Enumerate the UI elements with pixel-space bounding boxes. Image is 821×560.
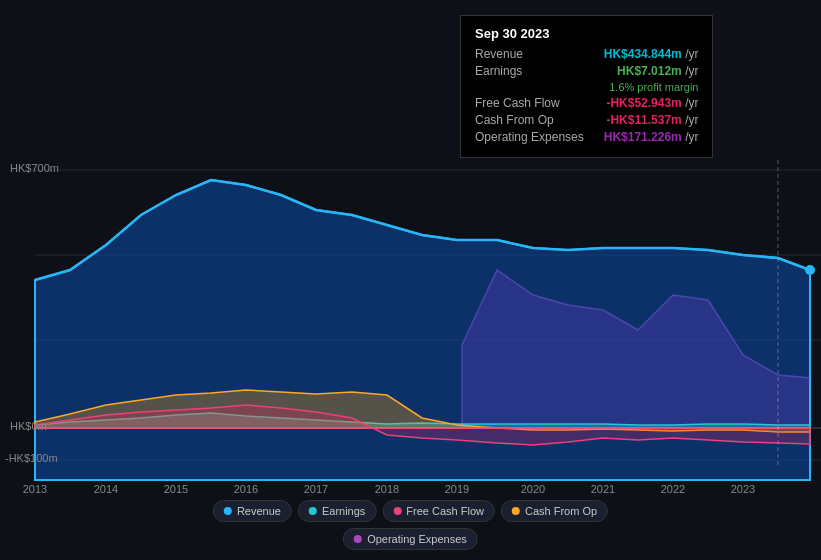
tooltip-earnings-label: Earnings xyxy=(475,64,522,78)
legend-cashfromop-label: Cash From Op xyxy=(525,505,597,517)
svg-text:2022: 2022 xyxy=(661,483,685,495)
legend-earnings[interactable]: Earnings xyxy=(298,500,376,522)
legend-earnings-label: Earnings xyxy=(322,505,365,517)
tooltip-cashfromop-label: Cash From Op xyxy=(475,113,554,127)
tooltip-revenue-label: Revenue xyxy=(475,47,523,61)
fcf-dot xyxy=(393,507,401,515)
chart-legend: Revenue Earnings Free Cash Flow Cash Fro… xyxy=(205,500,616,550)
tooltip-date: Sep 30 2023 xyxy=(475,26,698,41)
svg-text:2021: 2021 xyxy=(591,483,615,495)
legend-revenue-label: Revenue xyxy=(237,505,281,517)
opex-dot xyxy=(354,535,362,543)
tooltip-margin-value: 1.6% profit margin xyxy=(609,81,698,93)
legend-fcf[interactable]: Free Cash Flow xyxy=(382,500,495,522)
tooltip-fcf-value: -HK$52.943m /yr xyxy=(606,96,698,110)
tooltip-earnings-value: HK$7.012m /yr xyxy=(617,64,698,78)
legend-revenue[interactable]: Revenue xyxy=(213,500,292,522)
svg-text:2014: 2014 xyxy=(94,483,118,495)
tooltip-cashfromop-value: -HK$11.537m /yr xyxy=(606,113,698,127)
tooltip-fcf-row: Free Cash Flow -HK$52.943m /yr xyxy=(475,96,698,110)
svg-text:-HK$100m: -HK$100m xyxy=(5,452,58,464)
tooltip-earnings-row: Earnings HK$7.012m /yr xyxy=(475,64,698,78)
tooltip-opex-label: Operating Expenses xyxy=(475,130,584,144)
legend-opex[interactable]: Operating Expenses xyxy=(343,528,478,550)
legend-cashfromop[interactable]: Cash From Op xyxy=(501,500,608,522)
tooltip-opex-row: Operating Expenses HK$171.226m /yr xyxy=(475,130,698,144)
tooltip-margin-row: 1.6% profit margin xyxy=(475,81,698,93)
svg-text:2023: 2023 xyxy=(731,483,755,495)
svg-text:2016: 2016 xyxy=(234,483,258,495)
svg-text:HK$0m: HK$0m xyxy=(10,420,47,432)
data-tooltip: Sep 30 2023 Revenue HK$434.844m /yr Earn… xyxy=(460,15,713,158)
svg-text:2013: 2013 xyxy=(23,483,47,495)
earnings-dot xyxy=(309,507,317,515)
svg-text:2017: 2017 xyxy=(304,483,328,495)
legend-fcf-label: Free Cash Flow xyxy=(406,505,484,517)
revenue-dot xyxy=(224,507,232,515)
svg-text:2019: 2019 xyxy=(445,483,469,495)
tooltip-opex-value: HK$171.226m /yr xyxy=(604,130,699,144)
svg-point-6 xyxy=(805,265,815,275)
tooltip-revenue-value: HK$434.844m /yr xyxy=(604,47,699,61)
svg-text:2015: 2015 xyxy=(164,483,188,495)
cashfromop-dot xyxy=(512,507,520,515)
tooltip-fcf-label: Free Cash Flow xyxy=(475,96,560,110)
svg-text:HK$700m: HK$700m xyxy=(10,162,59,174)
tooltip-revenue-row: Revenue HK$434.844m /yr xyxy=(475,47,698,61)
svg-text:2020: 2020 xyxy=(521,483,545,495)
tooltip-cashfromop-row: Cash From Op -HK$11.537m /yr xyxy=(475,113,698,127)
legend-opex-label: Operating Expenses xyxy=(367,533,467,545)
svg-text:2018: 2018 xyxy=(375,483,399,495)
